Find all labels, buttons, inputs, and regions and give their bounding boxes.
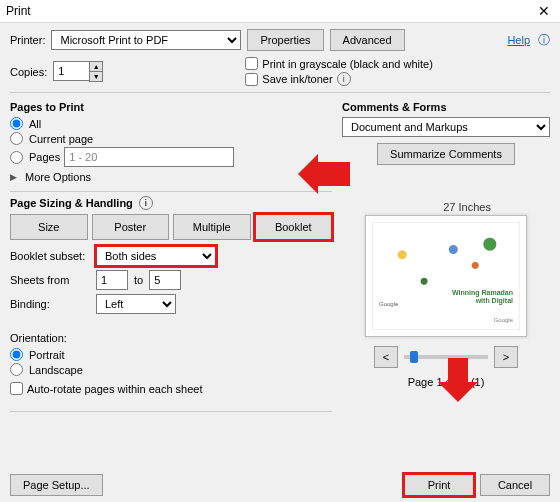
page-sizing-title: Page Sizing & Handling [10, 197, 133, 209]
grayscale-label: Print in grayscale (black and white) [262, 58, 433, 70]
print-button[interactable]: Print [404, 474, 474, 496]
help-icon[interactable]: ⓘ [538, 32, 550, 49]
radio-all[interactable] [10, 117, 23, 130]
tab-booklet[interactable]: Booklet [255, 214, 333, 240]
sheets-from-input[interactable] [96, 270, 128, 290]
more-options-toggle[interactable]: More Options [25, 171, 91, 183]
printer-row: Printer: Microsoft Print to PDF Properti… [10, 29, 550, 51]
divider [10, 191, 332, 192]
autorotate-label: Auto-rotate pages within each sheet [27, 383, 203, 395]
grayscale-input[interactable] [245, 57, 258, 70]
autorotate-checkbox[interactable]: Auto-rotate pages within each sheet [10, 382, 203, 395]
binding-label: Binding: [10, 298, 90, 310]
help-link[interactable]: Help [507, 34, 530, 46]
copies-spinner[interactable]: ▲ ▼ [53, 61, 103, 82]
radio-landscape[interactable] [10, 363, 23, 376]
properties-button[interactable]: Properties [247, 29, 323, 51]
autorotate-input[interactable] [10, 382, 23, 395]
dialog-content: Printer: Microsoft Print to PDF Properti… [0, 23, 560, 416]
right-panel: Comments & Forms Document and Markups Su… [342, 97, 550, 416]
radio-current-label: Current page [29, 133, 93, 145]
copies-input[interactable] [53, 61, 89, 81]
sheets-from-label: Sheets from [10, 274, 90, 286]
dialog-footer: Page Setup... Print Cancel [10, 474, 550, 496]
pages-range-input[interactable] [64, 147, 234, 167]
save-ink-label: Save ink/toner [262, 73, 332, 85]
pager-slider[interactable] [404, 355, 488, 359]
info-icon[interactable]: i [337, 72, 351, 86]
pager-next-button[interactable]: > [494, 346, 518, 368]
copies-label: Copies: [10, 66, 47, 78]
pages-to-print-title: Pages to Print [10, 101, 332, 113]
divider [10, 411, 332, 412]
radio-portrait[interactable] [10, 348, 23, 361]
preview-logo: Google [379, 301, 398, 307]
comments-mode-select[interactable]: Document and Markups [342, 117, 550, 137]
sheets-to-label: to [134, 274, 143, 286]
close-icon[interactable]: ✕ [534, 3, 554, 19]
left-panel: Pages to Print All Current page Pages ▶ … [10, 97, 332, 416]
title-bar: Print ✕ [0, 0, 560, 23]
advanced-button[interactable]: Advanced [330, 29, 405, 51]
grayscale-checkbox[interactable]: Print in grayscale (black and white) [245, 57, 433, 70]
divider [10, 92, 550, 93]
annotation-arrow-left [316, 162, 350, 186]
sheets-to-input[interactable] [149, 270, 181, 290]
radio-landscape-label: Landscape [29, 364, 83, 376]
pager-prev-button[interactable]: < [374, 346, 398, 368]
tab-poster[interactable]: Poster [92, 214, 170, 240]
binding-select[interactable]: Left [96, 294, 176, 314]
preview-page: Google Winning Ramadanwith Digital Googl… [372, 222, 520, 330]
copies-up-icon[interactable]: ▲ [90, 62, 102, 72]
radio-pages[interactable] [10, 151, 23, 164]
booklet-subset-select[interactable]: Both sides [96, 246, 216, 266]
comments-title: Comments & Forms [342, 101, 550, 113]
radio-all-label: All [29, 118, 41, 130]
annotation-arrow-down [448, 358, 468, 386]
preview-caption: Winning Ramadanwith Digital [452, 289, 513, 305]
orientation-title: Orientation: [10, 332, 332, 344]
page-setup-button[interactable]: Page Setup... [10, 474, 103, 496]
radio-portrait-label: Portrait [29, 349, 64, 361]
info-icon[interactable]: i [139, 196, 153, 210]
tab-size[interactable]: Size [10, 214, 88, 240]
pager: < > [342, 346, 550, 368]
save-ink-input[interactable] [245, 73, 258, 86]
pager-thumb[interactable] [410, 351, 418, 363]
printer-select[interactable]: Microsoft Print to PDF [51, 30, 241, 50]
radio-current[interactable] [10, 132, 23, 145]
window-title: Print [6, 4, 534, 18]
tab-multiple[interactable]: Multiple [173, 214, 251, 240]
radio-pages-label: Pages [29, 151, 60, 163]
copies-row: Copies: ▲ ▼ Print in grayscale (black an… [10, 57, 550, 86]
cancel-button[interactable]: Cancel [480, 474, 550, 496]
copies-down-icon[interactable]: ▼ [90, 72, 102, 81]
sizing-tabs: Size Poster Multiple Booklet [10, 214, 332, 240]
printer-label: Printer: [10, 34, 45, 46]
preview-footer-logo: Google [494, 317, 513, 323]
summarize-comments-button[interactable]: Summarize Comments [377, 143, 515, 165]
print-preview: Google Winning Ramadanwith Digital Googl… [365, 215, 527, 337]
booklet-subset-label: Booklet subset: [10, 250, 90, 262]
preview-dimensions: 8.5 x 11.27 Inches [342, 201, 550, 213]
chevron-right-icon[interactable]: ▶ [10, 172, 17, 182]
save-ink-checkbox[interactable]: Save ink/toner i [245, 72, 433, 86]
